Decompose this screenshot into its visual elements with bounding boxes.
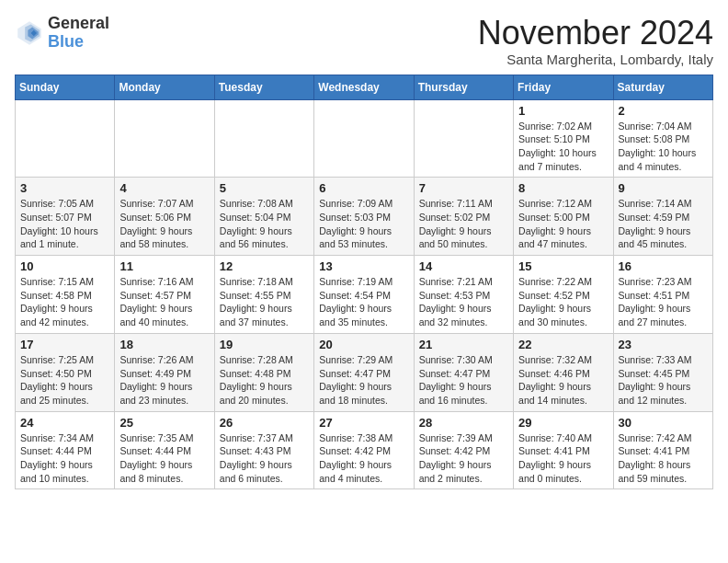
- calendar-cell: 23Sunrise: 7:33 AM Sunset: 4:45 PM Dayli…: [613, 333, 712, 411]
- calendar-cell: 22Sunrise: 7:32 AM Sunset: 4:46 PM Dayli…: [514, 333, 613, 411]
- calendar-cell: 9Sunrise: 7:14 AM Sunset: 4:59 PM Daylig…: [613, 178, 712, 256]
- weekday-header-sunday: Sunday: [16, 75, 115, 99]
- day-info: Sunrise: 7:02 AM Sunset: 5:10 PM Dayligh…: [518, 120, 608, 174]
- day-number: 1: [518, 104, 608, 118]
- day-info: Sunrise: 7:35 AM Sunset: 4:44 PM Dayligh…: [119, 431, 209, 486]
- calendar-cell: 2Sunrise: 7:04 AM Sunset: 5:08 PM Daylig…: [613, 99, 712, 178]
- day-info: Sunrise: 7:07 AM Sunset: 5:06 PM Dayligh…: [119, 197, 209, 251]
- calendar-cell: 7Sunrise: 7:11 AM Sunset: 5:02 PM Daylig…: [414, 178, 513, 256]
- logo-general: General: [48, 14, 109, 32]
- logo-blue: Blue: [48, 32, 84, 51]
- day-info: Sunrise: 7:39 AM Sunset: 4:42 PM Dayligh…: [419, 431, 508, 486]
- day-number: 28: [419, 416, 508, 430]
- day-info: Sunrise: 7:18 AM Sunset: 4:55 PM Dayligh…: [220, 275, 309, 329]
- calendar-cell: 27Sunrise: 7:38 AM Sunset: 4:42 PM Dayli…: [314, 411, 414, 489]
- day-number: 13: [319, 259, 408, 273]
- calendar-cell: 14Sunrise: 7:21 AM Sunset: 4:53 PM Dayli…: [414, 256, 513, 334]
- day-number: 2: [619, 104, 708, 118]
- day-info: Sunrise: 7:28 AM Sunset: 4:48 PM Dayligh…: [220, 353, 309, 408]
- day-number: 17: [20, 338, 109, 351]
- day-number: 14: [419, 259, 508, 273]
- calendar-cell: 8Sunrise: 7:12 AM Sunset: 5:00 PM Daylig…: [514, 178, 613, 256]
- calendar-week-4: 17Sunrise: 7:25 AM Sunset: 4:50 PM Dayli…: [16, 333, 713, 411]
- day-info: Sunrise: 7:04 AM Sunset: 5:08 PM Dayligh…: [619, 120, 708, 174]
- day-number: 21: [419, 338, 508, 351]
- day-number: 7: [419, 181, 508, 195]
- calendar-cell: 6Sunrise: 7:09 AM Sunset: 5:03 PM Daylig…: [314, 178, 414, 256]
- calendar-cell: 18Sunrise: 7:26 AM Sunset: 4:49 PM Dayli…: [115, 333, 214, 411]
- calendar-cell: 26Sunrise: 7:37 AM Sunset: 4:43 PM Dayli…: [214, 411, 313, 489]
- calendar-cell: 17Sunrise: 7:25 AM Sunset: 4:50 PM Dayli…: [16, 333, 115, 411]
- calendar-cell: 15Sunrise: 7:22 AM Sunset: 4:52 PM Dayli…: [514, 256, 613, 334]
- day-number: 10: [20, 259, 109, 273]
- day-info: Sunrise: 7:15 AM Sunset: 4:58 PM Dayligh…: [20, 275, 109, 329]
- calendar-cell: 5Sunrise: 7:08 AM Sunset: 5:04 PM Daylig…: [214, 178, 313, 256]
- day-number: 16: [619, 259, 708, 273]
- day-info: Sunrise: 7:19 AM Sunset: 4:54 PM Dayligh…: [319, 275, 408, 329]
- calendar-table: SundayMondayTuesdayWednesdayThursdayFrid…: [15, 75, 713, 490]
- day-number: 29: [518, 416, 608, 430]
- day-number: 24: [20, 416, 109, 430]
- day-number: 19: [220, 338, 309, 351]
- calendar-cell: 11Sunrise: 7:16 AM Sunset: 4:57 PM Dayli…: [115, 256, 214, 334]
- day-number: 9: [619, 181, 708, 195]
- day-info: Sunrise: 7:42 AM Sunset: 4:41 PM Dayligh…: [619, 431, 708, 486]
- calendar-cell: 21Sunrise: 7:30 AM Sunset: 4:47 PM Dayli…: [414, 333, 513, 411]
- day-info: Sunrise: 7:29 AM Sunset: 4:47 PM Dayligh…: [319, 353, 408, 408]
- calendar-cell: 4Sunrise: 7:07 AM Sunset: 5:06 PM Daylig…: [115, 178, 214, 256]
- weekday-header-thursday: Thursday: [414, 75, 513, 99]
- weekday-header-row: SundayMondayTuesdayWednesdayThursdayFrid…: [16, 75, 713, 99]
- day-info: Sunrise: 7:05 AM Sunset: 5:07 PM Dayligh…: [20, 197, 109, 251]
- calendar-cell: [214, 99, 313, 178]
- day-info: Sunrise: 7:37 AM Sunset: 4:43 PM Dayligh…: [220, 431, 309, 486]
- calendar-cell: 19Sunrise: 7:28 AM Sunset: 4:48 PM Dayli…: [214, 333, 313, 411]
- calendar-week-1: 1Sunrise: 7:02 AM Sunset: 5:10 PM Daylig…: [16, 99, 713, 178]
- calendar-cell: 16Sunrise: 7:23 AM Sunset: 4:51 PM Dayli…: [613, 256, 712, 334]
- day-number: 5: [220, 181, 309, 195]
- page-header: General Blue November 2024 Santa Margher…: [15, 15, 713, 67]
- day-info: Sunrise: 7:08 AM Sunset: 5:04 PM Dayligh…: [220, 197, 309, 251]
- day-number: 30: [619, 416, 708, 430]
- logo-text: General Blue: [48, 15, 109, 52]
- logo-icon: [15, 18, 44, 48]
- calendar-cell: 30Sunrise: 7:42 AM Sunset: 4:41 PM Dayli…: [613, 411, 712, 489]
- calendar-cell: 12Sunrise: 7:18 AM Sunset: 4:55 PM Dayli…: [214, 256, 313, 334]
- calendar-cell: 10Sunrise: 7:15 AM Sunset: 4:58 PM Dayli…: [16, 256, 115, 334]
- day-number: 11: [119, 259, 209, 273]
- calendar-cell: [115, 99, 214, 178]
- weekday-header-friday: Friday: [514, 75, 613, 99]
- day-info: Sunrise: 7:38 AM Sunset: 4:42 PM Dayligh…: [319, 431, 408, 486]
- day-info: Sunrise: 7:40 AM Sunset: 4:41 PM Dayligh…: [518, 431, 608, 486]
- weekday-header-saturday: Saturday: [613, 75, 712, 99]
- day-info: Sunrise: 7:12 AM Sunset: 5:00 PM Dayligh…: [518, 197, 608, 251]
- calendar-cell: 13Sunrise: 7:19 AM Sunset: 4:54 PM Dayli…: [314, 256, 414, 334]
- calendar-cell: [314, 99, 414, 178]
- calendar-cell: 25Sunrise: 7:35 AM Sunset: 4:44 PM Dayli…: [115, 411, 214, 489]
- day-number: 15: [518, 259, 608, 273]
- calendar-week-3: 10Sunrise: 7:15 AM Sunset: 4:58 PM Dayli…: [16, 256, 713, 334]
- day-number: 3: [20, 181, 109, 195]
- weekday-header-wednesday: Wednesday: [314, 75, 414, 99]
- weekday-header-monday: Monday: [115, 75, 214, 99]
- calendar-cell: 1Sunrise: 7:02 AM Sunset: 5:10 PM Daylig…: [514, 99, 613, 178]
- day-number: 6: [319, 181, 408, 195]
- calendar-week-2: 3Sunrise: 7:05 AM Sunset: 5:07 PM Daylig…: [16, 178, 713, 256]
- calendar-cell: 3Sunrise: 7:05 AM Sunset: 5:07 PM Daylig…: [16, 178, 115, 256]
- day-number: 26: [220, 416, 309, 430]
- calendar-cell: 28Sunrise: 7:39 AM Sunset: 4:42 PM Dayli…: [414, 411, 513, 489]
- day-number: 23: [619, 338, 708, 351]
- day-info: Sunrise: 7:14 AM Sunset: 4:59 PM Dayligh…: [619, 197, 708, 251]
- location: Santa Margherita, Lombardy, Italy: [478, 52, 713, 67]
- day-number: 27: [319, 416, 408, 430]
- calendar-cell: 20Sunrise: 7:29 AM Sunset: 4:47 PM Dayli…: [314, 333, 414, 411]
- day-info: Sunrise: 7:30 AM Sunset: 4:47 PM Dayligh…: [419, 353, 508, 408]
- day-info: Sunrise: 7:09 AM Sunset: 5:03 PM Dayligh…: [319, 197, 408, 251]
- day-info: Sunrise: 7:26 AM Sunset: 4:49 PM Dayligh…: [119, 353, 209, 408]
- calendar-week-5: 24Sunrise: 7:34 AM Sunset: 4:44 PM Dayli…: [16, 411, 713, 489]
- day-number: 22: [518, 338, 608, 351]
- day-number: 20: [319, 338, 408, 351]
- day-number: 8: [518, 181, 608, 195]
- day-number: 25: [119, 416, 209, 430]
- title-area: November 2024 Santa Margherita, Lombardy…: [478, 15, 713, 67]
- day-info: Sunrise: 7:21 AM Sunset: 4:53 PM Dayligh…: [419, 275, 508, 329]
